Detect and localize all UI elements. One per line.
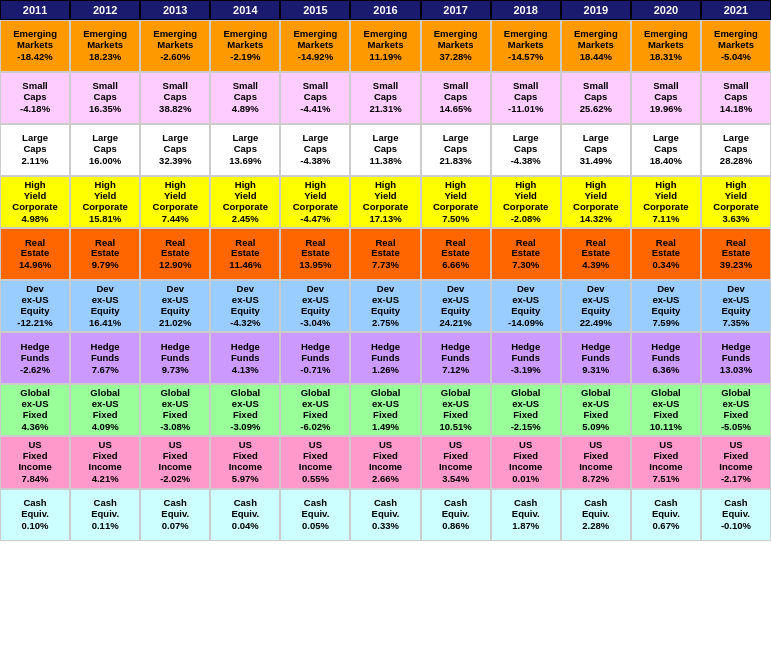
cell-2-10: LargeCaps28.28% xyxy=(701,124,771,176)
cell-3-0: HighYieldCorporate4.98% xyxy=(0,176,70,228)
cell-label: HedgeFunds xyxy=(231,342,260,364)
cell-value: -5.04% xyxy=(721,51,751,62)
cell-3-8: HighYieldCorporate14.32% xyxy=(561,176,631,228)
cell-value: 16.00% xyxy=(89,155,121,166)
cell-9-1: CashEquiv.0.11% xyxy=(70,489,140,541)
cell-value: 21.83% xyxy=(439,155,471,166)
cell-2-2: LargeCaps32.39% xyxy=(140,124,210,176)
cell-value: 7.73% xyxy=(372,259,399,270)
cell-value: -11.01% xyxy=(508,103,543,114)
cell-value: 12.90% xyxy=(159,259,191,270)
cell-value: 7.67% xyxy=(92,364,119,375)
cell-6-5: HedgeFunds1.26% xyxy=(350,332,420,384)
cell-0-7: EmergingMarkets-14.57% xyxy=(491,20,561,72)
cell-8-3: USFixedIncome5.97% xyxy=(210,436,280,488)
cell-label: Devex-USEquity xyxy=(301,284,330,317)
cell-value: 37.28% xyxy=(439,51,471,62)
cell-label: CashEquiv. xyxy=(372,498,400,520)
year-header-2012: 2012 xyxy=(70,0,140,20)
cell-value: 7.50% xyxy=(442,213,469,224)
cell-7-3: Globalex-USFixed-3.09% xyxy=(210,384,280,436)
cell-9-3: CashEquiv.0.04% xyxy=(210,489,280,541)
cell-label: EmergingMarkets xyxy=(13,29,57,51)
cell-label: Globalex-USFixed xyxy=(511,388,541,421)
cell-value: 4.21% xyxy=(92,473,119,484)
cell-label: USFixedIncome xyxy=(439,440,472,473)
cell-value: 22.49% xyxy=(580,317,612,328)
cell-label: LargeCaps xyxy=(723,133,749,155)
cell-label: Devex-USEquity xyxy=(721,284,750,317)
cell-0-10: EmergingMarkets-5.04% xyxy=(701,20,771,72)
cell-label: Devex-USEquity xyxy=(161,284,190,317)
cell-value: 17.13% xyxy=(369,213,401,224)
cell-label: EmergingMarkets xyxy=(504,29,548,51)
cell-label: SmallCaps xyxy=(303,81,328,103)
cell-6-9: HedgeFunds6.36% xyxy=(631,332,701,384)
cell-5-7: Devex-USEquity-14.09% xyxy=(491,280,561,332)
cell-2-1: LargeCaps16.00% xyxy=(70,124,140,176)
cell-9-7: CashEquiv.1.87% xyxy=(491,489,561,541)
cell-label: CashEquiv. xyxy=(231,498,259,520)
cell-label: CashEquiv. xyxy=(652,498,680,520)
data-row-6: HedgeFunds-2.62%HedgeFunds7.67%HedgeFund… xyxy=(0,332,771,384)
cell-label: RealEstate xyxy=(652,238,681,260)
cell-value: 14.96% xyxy=(19,259,51,270)
cell-value: -2.19% xyxy=(230,51,260,62)
year-header-2021: 2021 xyxy=(701,0,771,20)
cell-value: 16.35% xyxy=(89,103,121,114)
cell-5-8: Devex-USEquity22.49% xyxy=(561,280,631,332)
cell-label: HighYieldCorporate xyxy=(503,180,548,213)
data-row-3: HighYieldCorporate4.98%HighYieldCorporat… xyxy=(0,176,771,228)
cell-value: 0.33% xyxy=(372,520,399,531)
cell-2-3: LargeCaps13.69% xyxy=(210,124,280,176)
cell-label: RealEstate xyxy=(301,238,330,260)
cell-value: 13.95% xyxy=(299,259,331,270)
cell-value: -3.09% xyxy=(230,421,260,432)
cell-label: HedgeFunds xyxy=(301,342,330,364)
year-header-2019: 2019 xyxy=(561,0,631,20)
cell-label: HighYieldCorporate xyxy=(82,180,127,213)
cell-label: RealEstate xyxy=(511,238,540,260)
cell-label: LargeCaps xyxy=(373,133,399,155)
cell-2-0: LargeCaps2.11% xyxy=(0,124,70,176)
cell-9-9: CashEquiv.0.67% xyxy=(631,489,701,541)
cell-value: 4.39% xyxy=(582,259,609,270)
cell-value: 0.04% xyxy=(232,520,259,531)
cell-value: 0.07% xyxy=(162,520,189,531)
cell-value: 32.39% xyxy=(159,155,191,166)
cell-1-10: SmallCaps14.18% xyxy=(701,72,771,124)
cell-5-3: Devex-USEquity-4.32% xyxy=(210,280,280,332)
cell-label: Devex-USEquity xyxy=(441,284,470,317)
cell-value: 0.55% xyxy=(302,473,329,484)
cell-value: 10.51% xyxy=(439,421,471,432)
cell-label: RealEstate xyxy=(722,238,751,260)
cell-6-10: HedgeFunds13.03% xyxy=(701,332,771,384)
cell-label: Globalex-USFixed xyxy=(441,388,471,421)
cell-value: -2.15% xyxy=(511,421,541,432)
cell-label: Globalex-USFixed xyxy=(301,388,331,421)
cell-value: 0.67% xyxy=(652,520,679,531)
cell-label: Devex-USEquity xyxy=(511,284,540,317)
cell-label: Globalex-USFixed xyxy=(20,388,50,421)
cell-label: HedgeFunds xyxy=(721,342,750,364)
cell-value: 8.72% xyxy=(582,473,609,484)
cell-value: 0.11% xyxy=(92,520,119,531)
cell-value: 4.13% xyxy=(232,364,259,375)
cell-label: HedgeFunds xyxy=(441,342,470,364)
cell-label: USFixedIncome xyxy=(159,440,192,473)
cell-value: 31.49% xyxy=(580,155,612,166)
cell-label: SmallCaps xyxy=(373,81,398,103)
cell-9-0: CashEquiv.0.10% xyxy=(0,489,70,541)
cell-label: RealEstate xyxy=(231,238,260,260)
cell-label: HedgeFunds xyxy=(371,342,400,364)
cell-1-1: SmallCaps16.35% xyxy=(70,72,140,124)
cell-9-4: CashEquiv.0.05% xyxy=(280,489,350,541)
cell-1-7: SmallCaps-11.01% xyxy=(491,72,561,124)
performance-table: 2011201220132014201520162017201820192020… xyxy=(0,0,771,541)
cell-value: 7.84% xyxy=(22,473,49,484)
cell-value: 4.89% xyxy=(232,103,259,114)
cell-value: 15.81% xyxy=(89,213,121,224)
cell-label: HighYieldCorporate xyxy=(573,180,618,213)
cell-value: 7.51% xyxy=(652,473,679,484)
cell-label: CashEquiv. xyxy=(722,498,750,520)
